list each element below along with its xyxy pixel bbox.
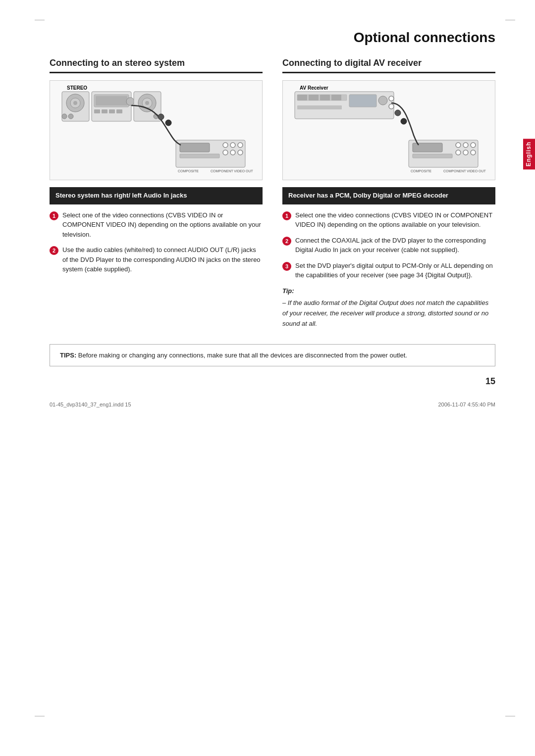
svg-point-50: [471, 143, 476, 148]
left-step-2: 2 Use the audio cables (white/red) to co…: [50, 245, 263, 274]
two-column-layout: Connecting to an stereo system STEREO: [50, 57, 495, 329]
left-step-1-num: 1: [50, 211, 58, 220]
page-wrapper: English Optional connections Connecting …: [0, 0, 535, 756]
right-diagram: AV Receiver: [282, 80, 495, 180]
right-step-3-text: Set the DVD player's digital output to P…: [295, 261, 495, 280]
left-diagram: STEREO: [50, 80, 263, 180]
tips-label: TIPS:: [60, 352, 76, 359]
right-step-1-text: Select one the video connections (CVBS V…: [295, 210, 495, 230]
right-step-2-text: Connect the COAXIAL jack of the DVD play…: [295, 236, 495, 255]
svg-point-14: [126, 98, 134, 105]
svg-text:STEREO: STEREO: [67, 85, 87, 91]
svg-point-53: [471, 150, 476, 155]
tip-section: Tip: – If the audio format of the Digita…: [282, 286, 495, 329]
right-step-2: 2 Connect the COAXIAL jack of the DVD pl…: [282, 236, 495, 255]
svg-point-49: [463, 143, 468, 148]
svg-rect-36: [297, 95, 307, 101]
svg-text:COMPOSITE: COMPOSITE: [178, 169, 199, 173]
svg-point-57: [401, 118, 407, 124]
corner-mark-tr: [505, 20, 515, 20]
svg-point-4: [73, 101, 77, 105]
svg-point-27: [230, 150, 235, 155]
svg-point-56: [395, 110, 401, 116]
svg-rect-38: [320, 95, 330, 101]
footer-left: 01-45_dvp3140_37_eng1.indd 15: [50, 402, 131, 407]
svg-text:AV Receiver: AV Receiver: [300, 85, 328, 91]
svg-point-48: [456, 143, 461, 148]
svg-rect-13: [116, 109, 122, 113]
svg-point-28: [238, 150, 243, 155]
left-sub-heading: Stereo system has right/ left Audio In j…: [50, 187, 263, 204]
corner-mark-bl: [35, 716, 45, 716]
left-step-2-text: Use the audio cables (white/red) to conn…: [62, 245, 263, 274]
footer-right: 2006-11-07 4:55:40 PM: [438, 402, 495, 407]
svg-point-5: [62, 114, 67, 119]
svg-rect-37: [309, 95, 319, 101]
svg-rect-9: [96, 96, 127, 105]
av-receiver-diagram-svg: AV Receiver: [283, 81, 495, 180]
left-steps-list: 1 Select one of the video connections (C…: [50, 210, 263, 274]
left-step-1-text: Select one of the video connections (CVB…: [62, 210, 263, 240]
tips-bar: TIPS: Before making or changing any conn…: [50, 344, 495, 367]
right-sub-heading: Receiver has a PCM, Dolby Digital or MPE…: [282, 187, 495, 204]
svg-rect-21: [180, 143, 210, 152]
svg-point-6: [68, 114, 73, 119]
right-step-1-num: 1: [282, 211, 291, 220]
svg-rect-12: [109, 109, 115, 113]
svg-rect-47: [413, 154, 452, 158]
svg-rect-44: [297, 105, 342, 109]
right-steps-list: 1 Select one the video connections (CVBS…: [282, 210, 495, 280]
tip-title: Tip:: [282, 286, 495, 297]
svg-point-25: [238, 143, 243, 148]
svg-point-43: [389, 104, 394, 109]
svg-text:COMPONENT VIDEO OUT: COMPONENT VIDEO OUT: [211, 169, 254, 173]
right-step-3: 3 Set the DVD player's digital output to…: [282, 261, 495, 280]
stereo-diagram-svg: STEREO: [50, 81, 262, 180]
svg-point-26: [223, 150, 228, 155]
svg-point-24: [230, 143, 235, 148]
corner-mark-tl: [35, 20, 45, 20]
svg-rect-40: [349, 95, 376, 107]
left-step-1: 1 Select one of the video connections (C…: [50, 210, 263, 240]
right-section-heading: Connecting to digital AV receiver: [282, 57, 495, 73]
right-step-2-num: 2: [282, 237, 291, 246]
corner-mark-br: [505, 716, 515, 716]
svg-text:COMPONENT VIDEO OUT: COMPONENT VIDEO OUT: [443, 169, 486, 173]
svg-point-32: [165, 120, 171, 126]
svg-point-23: [223, 143, 228, 148]
svg-rect-11: [102, 109, 107, 113]
svg-point-18: [145, 101, 149, 105]
svg-rect-22: [180, 154, 219, 158]
right-step-3-num: 3: [282, 262, 291, 271]
footer: 01-45_dvp3140_37_eng1.indd 15 2006-11-07…: [50, 402, 495, 407]
tips-text: Before making or changing any connection…: [78, 352, 407, 359]
right-step-1: 1 Select one the video connections (CVBS…: [282, 210, 495, 230]
svg-point-31: [158, 114, 164, 120]
english-tab: English: [523, 139, 535, 169]
svg-point-41: [378, 96, 387, 105]
left-step-2-num: 2: [50, 246, 58, 255]
svg-rect-10: [94, 109, 100, 113]
svg-point-51: [456, 150, 461, 155]
left-column: Connecting to an stereo system STEREO: [50, 57, 263, 329]
page-number: 15: [50, 376, 495, 387]
svg-point-52: [463, 150, 468, 155]
left-section-heading: Connecting to an stereo system: [50, 57, 263, 73]
right-column: Connecting to digital AV receiver AV Rec…: [282, 57, 495, 329]
page-title: Optional connections: [50, 30, 495, 46]
svg-rect-46: [413, 143, 442, 152]
svg-point-42: [389, 96, 394, 101]
tip-text: – If the audio format of the Digital Out…: [282, 298, 495, 329]
svg-text:COMPOSITE: COMPOSITE: [411, 169, 431, 173]
svg-rect-39: [331, 95, 341, 101]
